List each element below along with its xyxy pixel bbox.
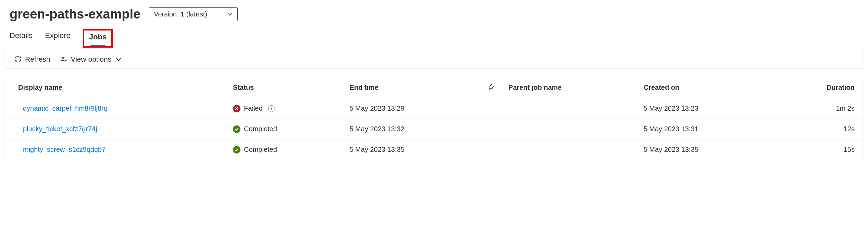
table-row: dynamic_carpet_hm8r9lj8rqFailedi5 May 20… <box>4 98 864 119</box>
svg-point-1 <box>62 57 63 59</box>
job-name-link[interactable]: mighty_screw_s1cz9qdqb7 <box>23 146 106 153</box>
duration-cell: 15s <box>775 139 864 160</box>
end-time-cell: 5 May 2023 13:29 <box>343 98 481 119</box>
parent-job-cell <box>501 98 637 119</box>
job-name-link[interactable]: plucky_ticket_xcfz7gr74j <box>23 125 97 133</box>
created-on-cell: 5 May 2023 13:23 <box>637 98 775 119</box>
duration-cell: 1m 2s <box>775 98 864 119</box>
parent-job-cell <box>501 139 637 160</box>
col-status[interactable]: Status <box>226 77 343 98</box>
refresh-label: Refresh <box>25 55 50 63</box>
status-cell: Completed <box>233 125 336 133</box>
end-time-cell: 5 May 2023 13:32 <box>343 119 481 139</box>
status-text: Completed <box>244 125 277 133</box>
view-options-button[interactable]: View options <box>60 55 123 63</box>
col-favorite[interactable] <box>481 77 501 98</box>
status-text: Completed <box>244 146 277 154</box>
svg-point-3 <box>64 60 65 61</box>
view-options-label: View options <box>71 55 112 63</box>
parent-job-cell <box>501 119 637 139</box>
favorite-cell[interactable] <box>481 119 501 139</box>
status-cell: Completed <box>233 146 336 154</box>
svg-marker-4 <box>488 84 494 89</box>
success-icon <box>233 125 240 133</box>
star-icon <box>488 83 495 90</box>
duration-cell: 12s <box>775 119 864 139</box>
jobs-table: Display name Status End time Parent job … <box>4 77 864 160</box>
status-cell: Failedi <box>233 105 336 112</box>
jobs-table-panel: Display name Status End time Parent job … <box>4 77 864 160</box>
sliders-icon <box>60 56 67 63</box>
version-selector[interactable]: Version: 1 (latest) <box>149 7 238 21</box>
success-icon <box>233 146 240 154</box>
table-row: mighty_screw_s1cz9qdqb7Completed5 May 20… <box>4 139 864 160</box>
col-display-name[interactable]: Display name <box>4 77 226 98</box>
tab-jobs[interactable]: Jobs <box>89 33 107 46</box>
col-end-time[interactable]: End time <box>343 77 481 98</box>
refresh-button[interactable]: Refresh <box>14 55 50 63</box>
job-name-link[interactable]: dynamic_carpet_hm8r9lj8rq <box>23 105 108 112</box>
page-title: green-paths-example <box>10 7 140 22</box>
tab-explore[interactable]: Explore <box>45 31 71 48</box>
chevron-down-icon <box>227 12 233 17</box>
version-selector-label: Version: 1 (latest) <box>154 10 207 18</box>
created-on-cell: 5 May 2023 13:31 <box>637 119 775 139</box>
table-row: plucky_ticket_xcfz7gr74jCompleted5 May 2… <box>4 119 864 139</box>
tab-details[interactable]: Details <box>10 31 33 48</box>
tabs-bar: DetailsExploreJobs <box>0 25 868 48</box>
col-created-on[interactable]: Created on <box>637 77 775 98</box>
chevron-down-icon <box>115 56 122 63</box>
refresh-icon <box>14 56 22 63</box>
favorite-cell[interactable] <box>481 139 501 160</box>
end-time-cell: 5 May 2023 13:35 <box>343 139 481 160</box>
toolbar: Refresh View options <box>4 50 864 69</box>
error-icon <box>233 105 240 112</box>
status-text: Failed <box>244 105 262 112</box>
info-icon[interactable]: i <box>268 105 275 112</box>
tab-highlight: Jobs <box>83 29 113 48</box>
created-on-cell: 5 May 2023 13:35 <box>637 139 775 160</box>
favorite-cell[interactable] <box>481 98 501 119</box>
col-parent-job[interactable]: Parent job name <box>501 77 637 98</box>
col-duration[interactable]: Duration <box>775 77 864 98</box>
